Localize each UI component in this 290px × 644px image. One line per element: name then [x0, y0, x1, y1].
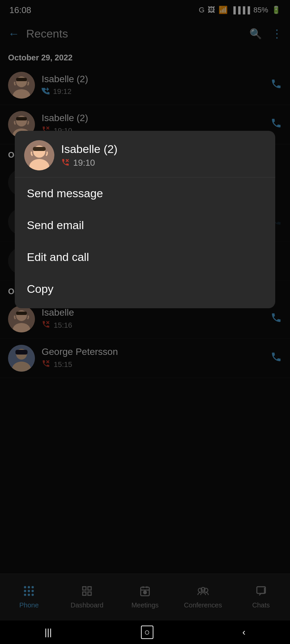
- context-missed-icon: [61, 158, 70, 168]
- context-edit-and-call[interactable]: Edit and call: [15, 241, 275, 273]
- svg-rect-31: [33, 147, 46, 151]
- context-send-message[interactable]: Send message: [15, 177, 275, 209]
- android-home-button[interactable]: ○: [141, 626, 153, 639]
- android-back-button[interactable]: ‹: [242, 627, 245, 638]
- overlay[interactable]: [0, 0, 290, 644]
- context-contact-name: Isabelle (2): [61, 143, 117, 156]
- context-time: 19:10: [73, 158, 95, 168]
- context-info: Isabelle (2) 19:10: [61, 143, 117, 168]
- context-copy[interactable]: Copy: [15, 273, 275, 305]
- context-avatar: [24, 140, 54, 170]
- context-meta: 19:10: [61, 158, 117, 168]
- context-menu: Isabelle (2) 19:10 Send message Send ema…: [15, 131, 275, 308]
- android-recent-button[interactable]: |||: [45, 627, 52, 638]
- context-header: Isabelle (2) 19:10: [15, 131, 275, 177]
- android-nav: ||| ○ ‹: [0, 621, 290, 644]
- context-send-email[interactable]: Send email: [15, 209, 275, 241]
- context-avatar-svg: [24, 140, 54, 170]
